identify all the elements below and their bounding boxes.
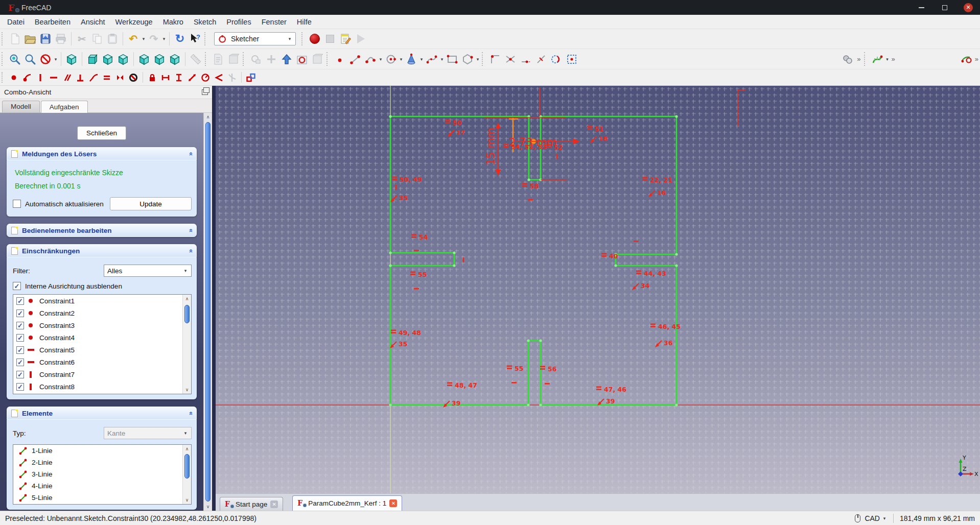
collapse-icon[interactable]: » <box>186 228 194 232</box>
open-file-button[interactable] <box>22 31 38 46</box>
create-fillet-button[interactable] <box>487 52 503 67</box>
constraint-equal-button[interactable] <box>100 71 113 84</box>
select-constraints-button[interactable] <box>840 52 855 67</box>
collapse-icon[interactable]: » <box>186 411 194 415</box>
save-button[interactable] <box>38 31 53 46</box>
create-point-button[interactable] <box>332 52 347 67</box>
create-bspline-button[interactable] <box>424 52 439 67</box>
dock-float-icon[interactable] <box>202 89 208 95</box>
menu-hilfe[interactable]: Hilfe <box>292 15 317 29</box>
constraint-coincident-button[interactable] <box>7 71 20 84</box>
scroll-down-icon[interactable]: ∨ <box>204 503 212 511</box>
fit-selection-button[interactable] <box>22 52 38 67</box>
view-front-button[interactable] <box>85 52 100 67</box>
macro-edit-button[interactable] <box>338 31 353 46</box>
constraints-section-header[interactable]: Einschränkungen » <box>7 244 197 257</box>
bspline-tools-button[interactable] <box>870 52 885 67</box>
copy-button[interactable] <box>89 31 105 46</box>
panel-splitter[interactable] <box>212 86 216 511</box>
tab-close-icon[interactable]: ✕ <box>270 500 278 508</box>
auto-update-checkbox[interactable] <box>13 200 21 208</box>
element-list-item[interactable]: 4-Linie <box>13 480 191 492</box>
list-scrollbar[interactable]: ∧ ∨ <box>182 295 191 394</box>
constraint-horizontal-button[interactable] <box>47 71 60 84</box>
bspline-tools-dropdown-icon[interactable]: ▾ <box>885 57 890 62</box>
constraint-block-button[interactable] <box>127 71 140 84</box>
scrollbar-thumb[interactable] <box>205 122 211 502</box>
collapse-icon[interactable]: » <box>186 152 194 155</box>
create-arc-button[interactable] <box>363 52 378 67</box>
constraint-visible-checkbox[interactable] <box>16 359 24 366</box>
virtual-space-button[interactable] <box>958 52 973 67</box>
constraint-visible-checkbox[interactable] <box>16 334 24 342</box>
draw-style-dropdown-icon[interactable]: ▾ <box>53 57 58 62</box>
close-button[interactable]: ✕ <box>956 0 980 15</box>
scroll-up-icon[interactable]: ∧ <box>204 113 212 121</box>
element-list-item[interactable]: 1-Linie <box>13 445 191 457</box>
combo-view-header[interactable]: Combo-Ansicht <box>0 86 212 99</box>
element-list[interactable]: 1-Linie 2-Linie 3-Linie 4-Linie 5-Linie … <box>13 444 192 505</box>
menu-sketch[interactable]: Sketch <box>189 15 221 29</box>
constraint-list-item[interactable]: Constraint7 <box>13 368 191 380</box>
menu-werkzeuge[interactable]: Werkzeuge <box>110 15 158 29</box>
constraint-point-on-object-button[interactable] <box>20 71 34 84</box>
toolbar-overflow-icon[interactable]: » <box>855 55 862 63</box>
macro-play-button[interactable] <box>353 31 368 46</box>
view-left-button[interactable] <box>167 52 182 67</box>
split-edge-button[interactable] <box>533 52 549 67</box>
refresh-button[interactable]: ↻ <box>172 31 188 46</box>
constraint-visible-checkbox[interactable] <box>16 371 24 378</box>
view-sketch-button[interactable] <box>294 52 310 67</box>
constraint-filter-select[interactable]: Alles ▾ <box>104 265 192 277</box>
tab-paramcube[interactable]: F ParamCube2mm_Kerf : 1 ✕ <box>292 495 402 511</box>
create-line-button[interactable] <box>347 52 363 67</box>
view-rear-button[interactable] <box>136 52 152 67</box>
cut-icon[interactable]: ✂ <box>74 31 89 46</box>
menu-ansicht[interactable]: Ansicht <box>76 15 110 29</box>
view-top-button[interactable] <box>100 52 115 67</box>
create-conic-button[interactable] <box>404 52 419 67</box>
menu-datei[interactable]: Datei <box>2 15 30 29</box>
create-polyline-button[interactable] <box>445 52 460 67</box>
constraint-toggle-driving-button[interactable] <box>244 71 258 84</box>
constraint-list-item[interactable]: Constraint2 <box>13 307 191 319</box>
conic-dropdown-icon[interactable]: ▾ <box>419 57 424 62</box>
macro-record-button[interactable] <box>307 31 322 46</box>
scroll-up-icon[interactable]: ∧ <box>183 295 191 303</box>
toolbar-overflow-icon[interactable]: » <box>890 55 897 63</box>
macro-stop-button[interactable] <box>322 31 338 46</box>
view-isometric-button[interactable] <box>64 52 79 67</box>
elements-section-header[interactable]: Elemente » <box>7 407 197 420</box>
tab-aufgaben[interactable]: Aufgaben <box>41 101 88 113</box>
constraint-visible-checkbox[interactable] <box>16 309 24 317</box>
create-circle-button[interactable] <box>383 52 399 67</box>
constraint-list-item[interactable]: Constraint8 <box>13 380 191 393</box>
constraint-distance-y-button[interactable] <box>172 71 185 84</box>
view-section-button[interactable] <box>310 52 325 67</box>
constraint-distance-x-button[interactable] <box>159 71 172 84</box>
scrollbar-thumb[interactable] <box>184 454 190 479</box>
reorient-sketch-button[interactable] <box>248 52 264 67</box>
3d-viewport[interactable]: 15 mm2,73 mm5017511854, 52, 535222, 2116… <box>216 86 980 493</box>
constraint-list-item[interactable]: Constraint3 <box>13 319 191 331</box>
element-list-item[interactable]: 6-Linie <box>13 504 191 505</box>
polygon-dropdown-icon[interactable]: ▾ <box>475 57 480 62</box>
scroll-down-icon[interactable]: ∨ <box>183 386 191 394</box>
map-sketch-button[interactable] <box>226 52 241 67</box>
minimize-button[interactable] <box>909 0 933 15</box>
maximize-button[interactable] <box>933 0 956 15</box>
hide-internal-checkbox[interactable] <box>13 282 21 290</box>
element-list-item[interactable]: 2-Linie <box>13 457 191 468</box>
close-task-button[interactable]: Schließen <box>77 126 126 140</box>
arc-dropdown-icon[interactable]: ▾ <box>378 57 383 62</box>
fit-all-button[interactable] <box>7 52 22 67</box>
update-button[interactable]: Update <box>110 197 192 210</box>
redo-dropdown-icon[interactable]: ▾ <box>161 36 167 41</box>
constraint-symmetric-button[interactable] <box>113 71 127 84</box>
constraint-list-item[interactable]: Constraint1 <box>13 295 191 307</box>
constraint-visible-checkbox[interactable] <box>16 322 24 329</box>
redo-button[interactable]: ↷ <box>146 31 161 46</box>
draw-style-button[interactable] <box>38 52 53 67</box>
workbench-selector[interactable]: Sketcher ▾ <box>214 32 296 45</box>
edit-sketch-button[interactable] <box>211 52 226 67</box>
